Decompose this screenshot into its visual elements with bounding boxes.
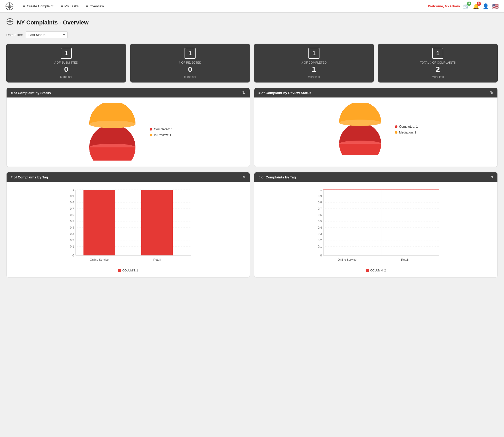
tag-bar-left-legend: COLUMN: 1 [12, 269, 244, 272]
review-status-pie-title: # of Complaint by Review Status [259, 91, 311, 95]
status-pie-header: # of Complaint by Status ↻ [7, 88, 250, 97]
svg-point-9 [89, 121, 135, 128]
stat-card-rejected: 1 # OF REJECTED 0 More info [130, 44, 250, 83]
svg-text:0.2: 0.2 [318, 239, 322, 242]
nav-create-complaint-label: Create Complaint [27, 4, 53, 8]
stat-card-submitted: 1 # OF SUBMITTED 0 More info [6, 44, 126, 83]
date-filter-select[interactable]: Last Month This Month Last 3 Months This… [26, 31, 68, 38]
status-pie-svg [83, 103, 141, 161]
legend-completed-label: Completed: 1 [154, 127, 172, 131]
user-menu-button[interactable]: 👤 [482, 3, 489, 9]
cart-badge: 0 [467, 2, 471, 6]
rejected-icon: 1 [185, 48, 196, 59]
submitted-icon: 1 [61, 48, 72, 59]
total-more-info[interactable]: More info [383, 75, 492, 78]
navbar: ≡ Create Complaint ≡ My Tasks ≡ Overview… [0, 0, 504, 13]
svg-text:0.4: 0.4 [318, 226, 322, 229]
status-pie-legend: Completed: 1 In Review: 1 [150, 127, 172, 137]
navbar-nav: ≡ Create Complaint ≡ My Tasks ≡ Overview [20, 3, 428, 10]
review-status-pie-refresh[interactable]: ↻ [490, 91, 493, 95]
legend-col1: COLUMN: 1 [118, 269, 138, 272]
review-status-pie-header: # of Complaint by Review Status ↻ [254, 88, 497, 97]
status-pie-body: Completed: 1 In Review: 1 [7, 97, 250, 167]
legend-in-review-label: In Review: 1 [154, 133, 171, 137]
legend-review-completed-dot [395, 125, 397, 128]
page-title: NY Complaints - Overview [17, 19, 88, 26]
tag-bar-left-refresh[interactable]: ↻ [242, 175, 245, 179]
submitted-label: # OF SUBMITTED [12, 61, 121, 64]
tag-bar-right-header: # of Complaints by Tag ↻ [254, 172, 497, 182]
svg-text:0.6: 0.6 [70, 213, 74, 217]
rejected-value: 0 [135, 65, 245, 74]
svg-text:Retail: Retail [401, 258, 408, 261]
notification-button[interactable]: 🔔 0 [473, 3, 479, 9]
total-value: 2 [383, 65, 492, 74]
filter-row: Date Filter: Last Month This Month Last … [6, 31, 498, 38]
navbar-logo [5, 2, 14, 11]
page-header-icon [6, 18, 14, 27]
stat-card-total: 1 TOTAL # OF COMPLAINTS 2 More info [378, 44, 498, 83]
svg-text:Retail: Retail [153, 258, 161, 261]
nav-create-complaint[interactable]: ≡ Create Complaint [20, 3, 56, 10]
svg-text:0.5: 0.5 [70, 220, 74, 223]
tag-bar-left-title: # of Complaints by Tag [11, 175, 48, 179]
legend-mediation-label: Mediation: 1 [399, 131, 416, 134]
legend-mediation-dot [395, 131, 397, 134]
tag-bar-right-body: 0 0.1 0.2 0.3 0.4 0.5 0.6 0.7 0.8 0.9 1 … [254, 182, 497, 277]
tag-bar-left-panel: # of Complaints by Tag ↻ [6, 172, 250, 277]
submitted-more-info[interactable]: More info [12, 75, 121, 78]
completed-more-info[interactable]: More info [259, 75, 369, 78]
legend-col2: COLUMN: 2 [366, 269, 386, 272]
svg-text:Online Service: Online Service [90, 258, 109, 261]
svg-text:0.3: 0.3 [318, 232, 322, 235]
svg-rect-37 [141, 190, 173, 255]
tag-bar-right-legend: COLUMN: 2 [260, 269, 492, 272]
nav-overview[interactable]: ≡ Overview [83, 3, 107, 10]
svg-text:0.4: 0.4 [70, 226, 74, 229]
review-status-pie-container: Completed: 1 Mediation: 1 [260, 103, 492, 156]
legend-col2-label: COLUMN: 2 [370, 269, 386, 272]
review-status-pie-svg [334, 103, 386, 156]
completed-icon: 1 [308, 48, 319, 59]
welcome-user: NYAdmin [445, 4, 460, 8]
welcome-text: Welcome, NYAdmin [428, 4, 460, 8]
svg-text:Online Service: Online Service [338, 258, 356, 261]
tag-bar-left-svg: 0 0.1 0.2 0.3 0.4 0.5 0.6 0.7 0.8 0.9 1 [12, 187, 244, 266]
welcome-prefix: Welcome, [428, 4, 444, 8]
completed-value: 1 [259, 65, 369, 74]
svg-text:0.8: 0.8 [70, 201, 74, 204]
review-status-pie-body: Completed: 1 Mediation: 1 [254, 97, 497, 161]
svg-text:0.7: 0.7 [70, 207, 74, 210]
filter-label: Date Filter: [6, 33, 23, 37]
cart-button[interactable]: 🛒 0 [463, 3, 470, 9]
svg-text:1: 1 [320, 188, 322, 191]
svg-text:0.7: 0.7 [318, 207, 322, 210]
rejected-more-info[interactable]: More info [135, 75, 245, 78]
svg-text:1: 1 [72, 188, 74, 191]
status-pie-refresh[interactable]: ↻ [242, 91, 245, 95]
legend-mediation: Mediation: 1 [395, 131, 418, 134]
svg-text:0: 0 [320, 254, 322, 257]
legend-col2-dot [366, 269, 369, 272]
tag-bar-right-chart: 0 0.1 0.2 0.3 0.4 0.5 0.6 0.7 0.8 0.9 1 … [260, 187, 492, 272]
tag-bar-right-refresh[interactable]: ↻ [490, 175, 493, 179]
tag-bar-left-chart: 0 0.1 0.2 0.3 0.4 0.5 0.6 0.7 0.8 0.9 1 [12, 187, 244, 272]
logo-icon [5, 2, 14, 11]
language-selector[interactable]: 🇺🇸 [492, 3, 499, 9]
review-status-pie-panel: # of Complaint by Review Status ↻ [254, 88, 498, 167]
total-icon: 1 [432, 48, 443, 59]
status-pie-container: Completed: 1 In Review: 1 [12, 103, 244, 161]
nav-my-tasks-label: My Tasks [65, 4, 79, 8]
svg-text:0.6: 0.6 [318, 213, 322, 217]
svg-point-11 [339, 120, 381, 126]
status-pie-panel: # of Complaint by Status ↻ [6, 88, 250, 167]
legend-completed-dot [150, 128, 152, 131]
status-pie-title: # of Complaint by Status [11, 91, 51, 95]
svg-text:0.8: 0.8 [318, 201, 322, 204]
page-content: NY Complaints - Overview Date Filter: La… [0, 13, 504, 288]
svg-text:0.2: 0.2 [70, 239, 74, 242]
svg-text:0: 0 [72, 254, 74, 257]
nav-my-tasks[interactable]: ≡ My Tasks [57, 3, 82, 10]
svg-text:0.1: 0.1 [70, 245, 74, 248]
legend-review-completed-label: Completed: 1 [399, 125, 418, 128]
